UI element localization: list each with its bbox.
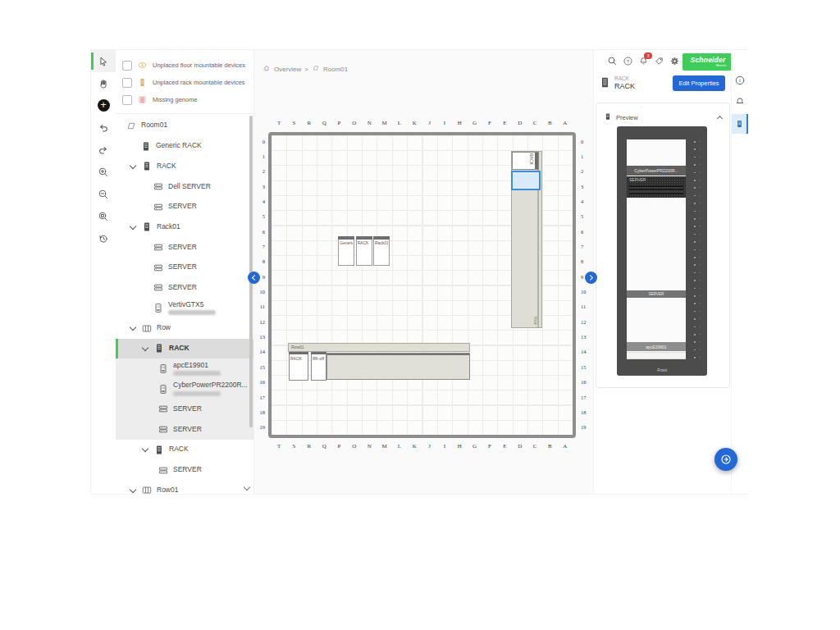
grid-column-label: O [347,443,362,450]
grid-row-label: 3 [255,179,267,194]
pan-tool[interactable] [91,72,116,94]
tree-item-label: RACK [169,445,189,454]
server-icon [153,281,164,294]
search-icon[interactable] [607,56,618,66]
tree-item-row[interactable]: Row [116,318,253,339]
tree-item-label: SERVER [173,405,202,413]
zoom-in-tool[interactable] [91,161,116,183]
tree-item-rack[interactable]: RACK [116,440,253,460]
rack-floor-object[interactable]: RK-off [311,352,326,381]
rack-label: Rack01 [375,240,388,245]
grid-column-label: E [497,120,512,126]
redacted-subtext [168,310,216,315]
rack-icon [599,75,611,94]
tree-item-label: Row [157,324,171,332]
edit-properties-button[interactable]: Edit Properties [673,75,725,91]
tree-item-text: Dell SERVER [168,183,211,191]
grid-row-label: 17 [579,390,591,404]
expand-right-panel-button[interactable] [585,272,597,284]
checkbox[interactable] [122,78,132,88]
assistant-fab-button[interactable] [714,448,737,471]
tree-item-server[interactable]: SERVER [116,258,253,278]
rack-floor-object[interactable]: Generic... [338,236,354,266]
filter-row[interactable]: Unplaced rack mountable devices [122,74,253,91]
grid-row-label: 18 [255,404,267,419]
alarm-bell-icon[interactable] [734,96,746,107]
collapse-preview-chevron-icon[interactable] [717,115,723,121]
rack-floor-object[interactable]: RACK [512,152,539,170]
zoom-fit-tool[interactable] [91,205,116,227]
collapse-left-panel-button[interactable] [248,272,260,284]
rack-floor-object-selected[interactable] [511,171,541,190]
tree-item-server[interactable]: SERVER [116,419,253,440]
tree-item-text: Room01 [141,121,167,130]
chevron-down-icon[interactable] [142,345,148,351]
rack-row-block[interactable] [326,353,470,380]
grid-column-label: N [362,443,377,450]
rack-floor-object[interactable]: RACK [289,352,308,381]
chevron-down-icon[interactable] [130,223,136,230]
history-tool[interactable] [91,227,116,249]
rack-tab-active[interactable] [732,114,748,134]
rack-unit: CyberPowerPR2200R... [627,166,686,176]
grid-column-label: P [331,120,346,126]
notifications-icon[interactable]: 3 [638,56,649,66]
tree-item-cyberpowerpr2200r-[interactable]: CyberPowerPR2200R... [116,379,253,399]
add-tool[interactable]: + [91,94,116,116]
rack-icon [604,110,612,125]
tree-item-server[interactable]: SERVER [116,460,253,481]
info-icon[interactable]: i [734,75,746,86]
tree-item-generic-rack[interactable]: Generic RACK [116,136,253,157]
grid-row-label: 13 [255,329,267,344]
row-labels-left: 012345678910111213141516171819 [255,134,267,435]
tree-item-rack[interactable]: RACK [116,339,253,359]
chevron-down-icon[interactable] [130,162,136,168]
tree-item-text: SERVER [168,203,197,211]
zoom-out-tool[interactable] [91,183,116,205]
grid-row-label: 14 [579,345,591,359]
tree-item-room01[interactable]: Room01 [116,116,253,136]
grid-row-label: 11 [579,299,591,314]
undo-tool[interactable] [91,116,116,139]
filter-label: Missing genome [153,96,198,103]
settings-gear-icon[interactable] [669,56,680,66]
column-labels-top: TSRQPONMLKJIHGFEDCBA [272,120,573,126]
select-tool[interactable] [91,50,116,72]
grid-row-label: 0 [255,134,267,148]
tree-item-dell-server[interactable]: Dell SERVER [116,176,253,197]
rack-label: RACK [358,240,371,245]
checkbox[interactable] [122,95,132,105]
breadcrumb-root[interactable]: Overview [274,66,301,73]
rack-floor-object[interactable]: Rack01 [373,236,390,266]
tree-item-rack[interactable]: RACK [116,156,253,176]
tree-item-rack01[interactable]: Rack01 [116,217,253,237]
grid-column-label: Q [317,120,331,126]
chevron-down-icon[interactable] [130,324,136,331]
row-container-horizontal[interactable]: Row01 [288,343,470,352]
rack-floor-object[interactable]: RACK [356,236,372,266]
tree-item-server[interactable]: SERVER [116,278,253,299]
tree-item-row01[interactable]: Row01 [116,480,253,494]
tree-item-apce19901[interactable]: apcE19901 [116,358,253,379]
redo-tool[interactable] [91,139,116,161]
rack-rail-ticks [700,141,701,359]
grid-row-label: 6 [579,224,591,239]
tree-item-label: SERVER [173,426,202,434]
tree-item-vertivgtx5[interactable]: VertivGTX5 [116,298,253,318]
rack-icon [140,140,152,153]
rack-preview-image: CyberPowerPR2200R...SERVERSERVERapcE1990… [617,126,707,376]
checkbox[interactable] [122,61,132,71]
filter-row[interactable]: Unplaced floor mountable devices [122,57,253,74]
grid-column-label: Q [317,443,331,450]
chevron-down-icon[interactable] [142,445,148,452]
grid-row-label: 7 [579,239,591,253]
chevron-down-icon[interactable] [130,486,136,492]
tree-item-text: VertivGTX5 [168,301,216,316]
tree-item-server[interactable]: SERVER [116,399,253,420]
tree-item-server[interactable]: SERVER [116,197,253,217]
filter-row[interactable]: Missing genome [122,91,253,108]
tag-icon[interactable] [654,56,664,66]
help-icon[interactable]: ? [623,56,633,66]
tree-item-server[interactable]: SERVER [116,237,253,258]
grid-column-label: D [513,120,527,126]
